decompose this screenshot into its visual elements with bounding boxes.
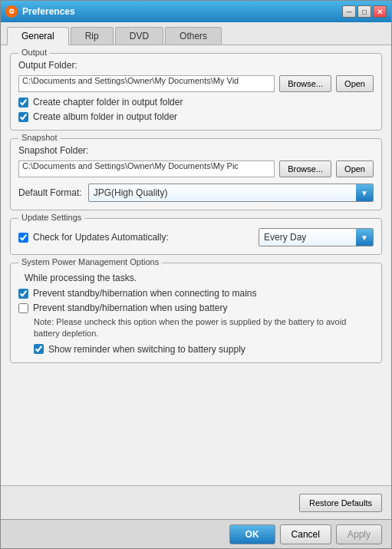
format-dropdown-value: JPG(High Quality) [89,187,356,198]
restore-defaults-button[interactable]: Restore Defaults [299,494,382,512]
snapshot-group-label: Snapshot [18,133,60,142]
battery-standby-label: Prevent standby/hibernation when using b… [33,303,228,313]
output-folder-row: Output Folder: [18,60,374,71]
format-dropdown-arrow[interactable]: ▼ [356,184,373,201]
app-icon: ⚙ [5,5,18,18]
maximize-button[interactable]: □ [357,5,371,18]
update-frequency-arrow[interactable]: ▼ [356,229,373,246]
update-group-label: Update Settings [18,213,84,222]
update-check-row: Check for Updates Automatically: Every D… [18,228,374,246]
restore-bar: Restore Defaults [1,485,391,519]
chapter-folder-checkbox[interactable] [18,98,28,107]
processing-label: While processing the tasks. [25,273,374,283]
window-title: Preferences [22,6,342,17]
title-bar: ⚙ Preferences ─ □ ✕ [1,1,391,22]
snapshot-open-button[interactable]: Open [336,160,374,177]
power-group: System Power Management Options While pr… [10,263,382,363]
output-folder-label: Output Folder: [18,60,77,71]
minimize-button[interactable]: ─ [342,5,356,18]
tab-general[interactable]: General [7,27,69,45]
auto-update-checkbox[interactable] [18,233,28,243]
power-group-label: System Power Management Options [18,257,162,266]
snapshot-path-row: C:\Documents and Settings\Owner\My Docum… [18,160,374,177]
mains-standby-checkbox[interactable] [18,289,28,299]
battery-reminder-row: Show reminder when switching to battery … [34,344,374,355]
chapter-folder-row: Create chapter folder in output folder [18,97,374,107]
album-folder-label: Create album folder in output folder [33,111,177,122]
snapshot-folder-label: Snapshot Folder: [18,145,88,156]
output-group: Output Output Folder: C:\Documents and S… [10,53,382,131]
update-frequency-dropdown[interactable]: Every Day ▼ [259,228,374,246]
battery-reminder-checkbox[interactable] [34,344,44,354]
snapshot-folder-label-row: Snapshot Folder: [18,145,374,156]
tab-rip[interactable]: Rip [71,27,114,45]
mains-standby-label: Prevent standby/hibernation when connect… [33,288,257,299]
snapshot-browse-button[interactable]: Browse... [279,160,331,177]
snapshot-path-input[interactable]: C:\Documents and Settings\Owner\My Docum… [18,160,275,177]
main-content: Output Output Folder: C:\Documents and S… [1,45,391,485]
album-folder-checkbox[interactable] [18,112,28,122]
power-note: Note: Please uncheck this option when th… [34,316,374,340]
mains-standby-row: Prevent standby/hibernation when connect… [18,288,374,299]
battery-standby-row: Prevent standby/hibernation when using b… [18,303,374,313]
ok-button[interactable]: OK [229,524,275,544]
output-path-row: C:\Documents and Settings\Owner\My Docum… [18,75,374,92]
output-open-button[interactable]: Open [336,75,374,92]
format-dropdown[interactable]: JPG(High Quality) ▼ [88,184,374,202]
output-path-input[interactable]: C:\Documents and Settings\Owner\My Docum… [18,75,275,92]
album-folder-row: Create album folder in output folder [18,111,374,122]
footer-bar: OK Cancel Apply [1,519,391,548]
auto-update-label: Check for Updates Automatically: [33,232,254,243]
format-label: Default Format: [18,187,82,198]
output-group-label: Output [18,48,50,57]
preferences-window: ⚙ Preferences ─ □ ✕ General Rip DVD Othe… [0,0,392,549]
battery-reminder-label: Show reminder when switching to battery … [48,344,245,355]
tabs-bar: General Rip DVD Others [1,22,391,45]
format-row: Default Format: JPG(High Quality) ▼ [18,184,374,202]
tab-others[interactable]: Others [165,27,222,45]
update-group: Update Settings Check for Updates Automa… [10,218,382,255]
tab-dvd[interactable]: DVD [115,27,163,45]
output-browse-button[interactable]: Browse... [279,75,331,92]
snapshot-group: Snapshot Snapshot Folder: C:\Documents a… [10,138,382,210]
update-frequency-value: Every Day [259,232,356,243]
chapter-folder-label: Create chapter folder in output folder [33,97,183,107]
close-button[interactable]: ✕ [373,5,387,18]
cancel-button[interactable]: Cancel [280,524,331,544]
title-bar-buttons: ─ □ ✕ [342,5,387,18]
apply-button[interactable]: Apply [336,524,382,544]
battery-standby-checkbox[interactable] [18,303,28,313]
